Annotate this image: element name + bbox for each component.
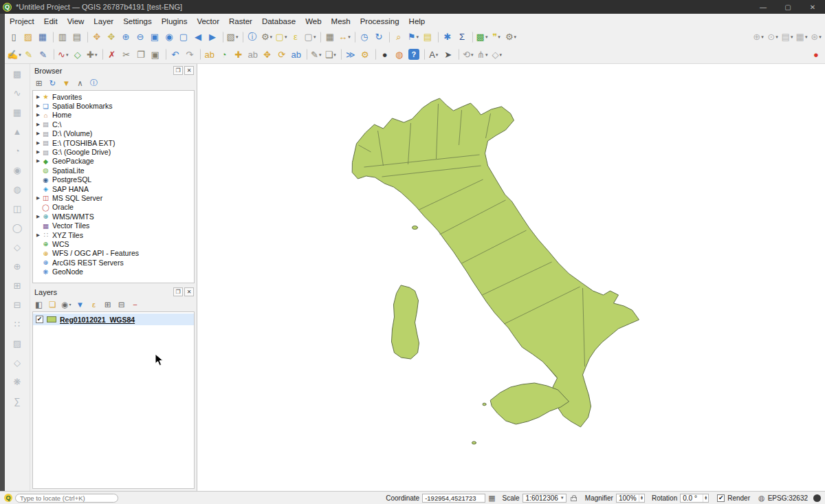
open-layer-styling-icon[interactable]: ◧ xyxy=(32,298,45,311)
web-group-dropdown[interactable]: ⊛ xyxy=(809,30,823,44)
layers-float-button[interactable]: ❐ xyxy=(173,287,183,296)
add-oracle-layer-icon[interactable]: ◯ xyxy=(10,221,25,235)
zoom-to-selection-icon[interactable]: ◉ xyxy=(162,30,176,44)
browser-float-button[interactable]: ❐ xyxy=(173,66,183,75)
menu-item[interactable]: Layer xyxy=(89,14,118,28)
browser-tree-item[interactable]: ▶ ▤ D:\ (Volume) xyxy=(33,129,194,138)
add-mssql-layer-icon[interactable]: ◫ xyxy=(10,201,25,216)
filter-browser-icon[interactable]: ▼ xyxy=(60,77,73,89)
menu-item[interactable]: Plugins xyxy=(157,14,192,28)
rotation-spinbox[interactable]: 0.0 ° ▲▼ xyxy=(680,494,709,503)
select-annotation-icon[interactable]: ➤ xyxy=(441,47,455,61)
expand-arrow-icon[interactable]: ▶ xyxy=(35,112,41,118)
expand-arrow-icon[interactable]: ▶ xyxy=(35,195,41,201)
add-polygon-feature-icon[interactable]: ◇ xyxy=(71,47,85,61)
new-map-view-icon[interactable]: ▧ xyxy=(226,30,239,44)
add-spatialite-layer-icon[interactable]: ◍ xyxy=(10,182,25,197)
copy-features-icon[interactable]: ❐ xyxy=(134,47,148,61)
sum-features-icon[interactable]: Σ xyxy=(455,30,469,44)
pan-group-dropdown[interactable]: ⊙ xyxy=(766,30,780,44)
save-project-icon[interactable]: ▦ xyxy=(36,30,50,44)
add-xyz-layer-icon[interactable]: ∷ xyxy=(10,317,25,331)
menu-item[interactable]: Settings xyxy=(118,14,157,28)
locator-search-icon[interactable]: ⌕ xyxy=(392,30,406,44)
select-by-expression-icon[interactable]: ε xyxy=(289,30,302,44)
refresh-browser-icon[interactable]: ↻ xyxy=(46,77,59,89)
menu-item[interactable]: Database xyxy=(257,14,300,28)
collapse-all-layers-icon[interactable]: ⊟ xyxy=(115,298,128,311)
expand-arrow-icon[interactable]: ▶ xyxy=(35,103,41,109)
current-edits-icon[interactable]: ✍ xyxy=(7,47,21,61)
expand-arrow-icon[interactable]: ▶ xyxy=(35,149,41,155)
show-spatial-bookmarks-icon[interactable]: ▤ xyxy=(421,30,434,44)
statistical-summary-icon[interactable]: ✱ xyxy=(441,30,454,44)
add-vector-tile-layer-icon[interactable]: ▨ xyxy=(10,336,25,351)
locator-input[interactable] xyxy=(15,494,118,503)
properties-widget-icon[interactable]: ⓘ xyxy=(87,77,100,89)
add-postgis-layer-icon[interactable]: ◉ xyxy=(10,163,25,177)
reshape-features-icon[interactable]: ⟲ xyxy=(461,47,475,61)
split-features-icon[interactable]: ⋔ xyxy=(476,47,490,61)
add-wms-layer-icon[interactable]: ⊕ xyxy=(10,259,25,274)
expand-arrow-icon[interactable]: ▶ xyxy=(35,94,41,100)
save-layer-edits-icon[interactable]: ✎ xyxy=(36,47,50,61)
browser-tree-item[interactable]: ▶ ▤ E:\ (TOSHIBA EXT) xyxy=(33,138,194,147)
expand-arrow-icon[interactable]: ▶ xyxy=(35,158,41,164)
browser-tree-item[interactable]: ▶ ❋ GeoNode xyxy=(33,267,194,276)
measure-icon[interactable]: ↔ xyxy=(338,30,351,44)
add-mesh-layer-icon[interactable]: ▲ xyxy=(10,124,25,139)
render-checkbox[interactable]: ✔ xyxy=(717,494,725,502)
add-geonode-layer-icon[interactable]: ❋ xyxy=(10,375,25,389)
new-annotation-icon[interactable]: ✎ xyxy=(309,47,323,61)
move-label-icon[interactable]: ✥ xyxy=(261,47,274,61)
browser-tree-item[interactable]: ▶ ◉ PostgreSQL xyxy=(33,175,194,184)
layer-row[interactable]: ✔ Reg01012021_WGS84 xyxy=(33,314,194,325)
paste-features-icon[interactable]: ▣ xyxy=(148,47,162,61)
zoom-full-icon[interactable]: ▣ xyxy=(148,30,162,44)
add-arcgis-layer-icon[interactable]: ◇ xyxy=(10,355,25,370)
scale-combo[interactable]: 1:6012306 ▼ xyxy=(522,494,566,503)
remove-layer-icon[interactable]: − xyxy=(129,298,142,311)
browser-tree-item[interactable]: ▶ ◈ SAP HANA xyxy=(33,184,194,193)
expand-arrow-icon[interactable]: ▶ xyxy=(35,232,41,238)
undo-icon[interactable]: ↶ xyxy=(168,47,182,61)
menu-item[interactable]: Mesh xyxy=(327,14,355,28)
rotate-label-icon[interactable]: ⟳ xyxy=(275,47,289,61)
select-features-icon[interactable]: ▢ xyxy=(274,30,288,44)
zoom-to-layer-icon[interactable]: ▢ xyxy=(177,30,190,44)
raster-group-dropdown[interactable]: ▦ xyxy=(795,30,808,44)
merge-features-icon[interactable]: ◇ xyxy=(490,47,504,61)
browser-tree-item[interactable]: ▶ ▤ G:\ (Google Drive) xyxy=(33,147,194,156)
python-console-icon[interactable]: ≫ xyxy=(344,47,358,61)
browser-close-button[interactable]: ✕ xyxy=(184,66,194,75)
map-canvas[interactable] xyxy=(197,64,825,491)
scale-lock-icon[interactable] xyxy=(571,497,577,501)
refresh-map-icon[interactable]: ↻ xyxy=(372,30,386,44)
close-button[interactable]: ✕ xyxy=(800,0,825,14)
browser-tree-item[interactable]: ▶ ⊕ WFS / OGC API - Features xyxy=(33,249,194,258)
osm-place-search-icon[interactable]: ● xyxy=(378,47,392,61)
layer-group-dropdown[interactable]: ▤ xyxy=(780,30,794,44)
filter-legend-icon[interactable]: ▼ xyxy=(74,298,87,311)
crs-globe-icon[interactable]: ◍ xyxy=(758,494,765,502)
recording-indicator-icon[interactable]: ● xyxy=(809,47,823,61)
spinner-arrows-icon[interactable]: ▲▼ xyxy=(639,494,644,502)
menu-item[interactable]: Web xyxy=(300,14,326,28)
text-annotation-icon[interactable]: A xyxy=(427,47,441,61)
add-virtual-layer-icon[interactable]: ∑ xyxy=(10,394,25,408)
browser-tree-item[interactable]: ▶ ⊕ WCS xyxy=(33,239,194,248)
new-spatial-bookmark-icon[interactable]: ⚑ xyxy=(406,30,420,44)
browser-tree-item[interactable]: ▶ ▤ C:\ xyxy=(33,120,194,129)
temporal-controller-icon[interactable]: ◷ xyxy=(358,30,371,44)
browser-tree-item[interactable]: ▶ ∷ XYZ Tiles xyxy=(33,230,194,239)
zoom-group-dropdown[interactable]: ⊕ xyxy=(751,30,765,44)
toggle-editing-icon[interactable]: ✎ xyxy=(22,47,36,61)
expand-arrow-icon[interactable]: ▶ xyxy=(35,122,41,127)
cut-features-icon[interactable]: ✂ xyxy=(120,47,133,61)
help-contents-icon[interactable]: ? xyxy=(408,49,419,60)
menu-item[interactable]: Project xyxy=(5,14,39,28)
browser-tree-item[interactable]: ▶ ★ Favorites xyxy=(33,92,194,101)
data-source-manager-icon[interactable]: ▩ xyxy=(10,67,25,81)
manage-map-themes-icon[interactable]: ◉ xyxy=(60,298,73,311)
layer-labeling-icon[interactable]: ab xyxy=(203,47,217,61)
